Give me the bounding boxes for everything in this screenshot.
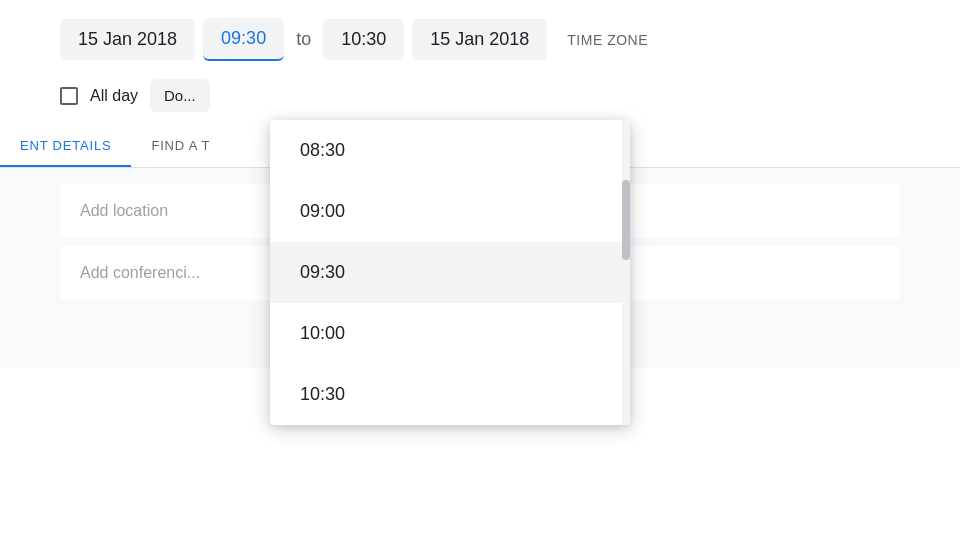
scrollbar-thumb [622,180,630,260]
dropdown-item-1030[interactable]: 10:30 [270,364,630,425]
tab-find-time[interactable]: FIND A T [131,126,230,167]
dropdown-item-0930[interactable]: 09:30 [270,242,630,303]
end-time-button[interactable]: 10:30 [323,19,404,60]
dropdown-item-0900[interactable]: 09:00 [270,181,630,242]
end-date-button[interactable]: 15 Jan 2018 [412,19,547,60]
dropdown-scrollbar[interactable] [622,120,630,425]
time-dropdown: 08:30 09:00 09:30 10:00 10:30 [270,120,630,425]
allday-row: All day Do... [0,71,960,120]
start-date-button[interactable]: 15 Jan 2018 [60,19,195,60]
repeat-button[interactable]: Do... [150,79,210,112]
dropdown-item-1000[interactable]: 10:00 [270,303,630,364]
datetime-bar: 15 Jan 2018 09:30 to 10:30 15 Jan 2018 T… [0,0,960,71]
timezone-button[interactable]: TIME ZONE [567,32,648,48]
start-time-button[interactable]: 09:30 [203,18,284,61]
allday-label: All day [90,87,138,105]
to-label: to [292,29,315,50]
dropdown-item-0830[interactable]: 08:30 [270,120,630,181]
tab-event-details[interactable]: ENT DETAILS [0,126,131,167]
allday-checkbox[interactable] [60,87,78,105]
